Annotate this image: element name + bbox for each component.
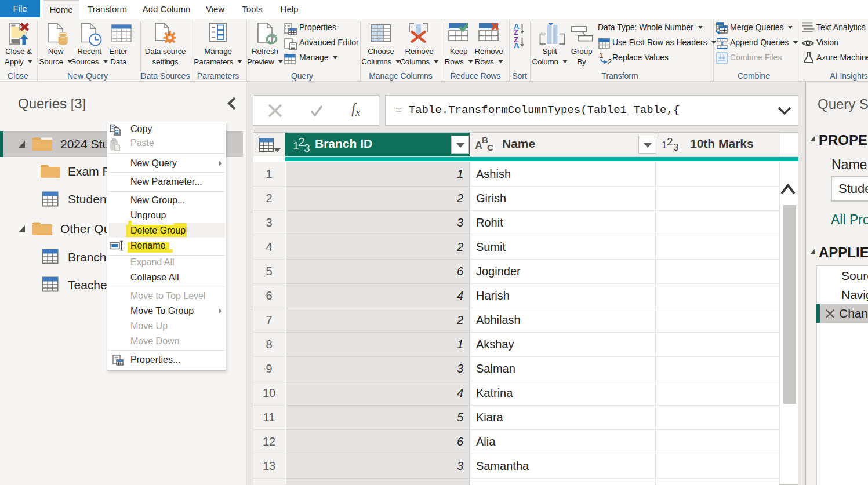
svg-text:1: 1	[599, 52, 603, 60]
svg-text:Z: Z	[514, 28, 518, 35]
svg-text:2: 2	[608, 57, 612, 65]
svg-text:A: A	[514, 41, 520, 48]
